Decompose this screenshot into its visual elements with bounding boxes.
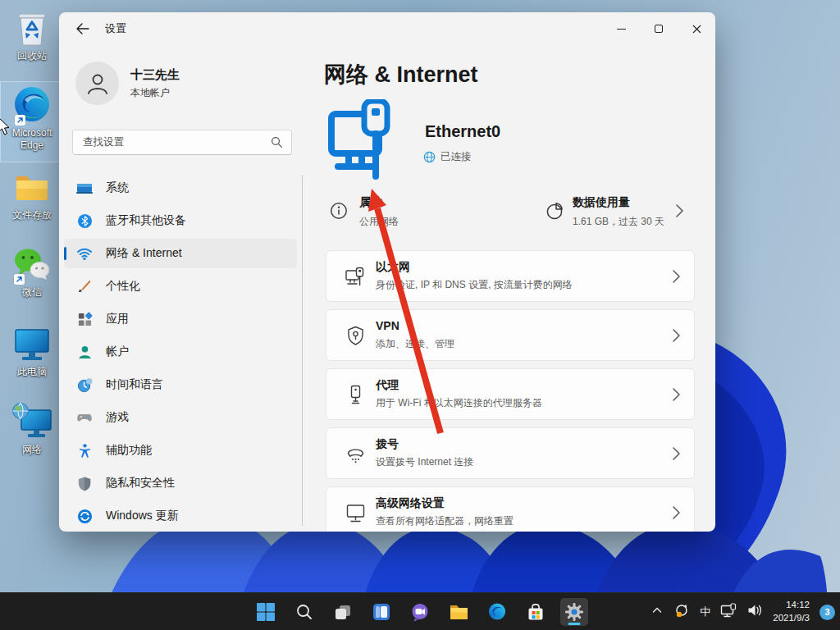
ime-indicator[interactable]: 中 [700, 605, 710, 619]
search-input[interactable]: 查找设置 [72, 130, 292, 155]
desktop-icon-label: 此电脑 [17, 366, 47, 378]
card-dialup[interactable]: 拨号 设置拨号 Internet 连接 [326, 427, 695, 479]
desktop-icon-this-pc[interactable]: 此电脑 [1, 321, 63, 378]
paintbrush-icon [76, 278, 93, 294]
sidebar-divider [302, 175, 303, 526]
card-proxy[interactable]: 代理 用于 Wi-Fi 和以太网连接的代理服务器 [326, 368, 695, 420]
sidebar-item-gaming[interactable]: 游戏 [64, 403, 297, 432]
ethernet-icon [345, 266, 367, 291]
chevron-right-icon [671, 327, 681, 347]
chevron-right-icon [671, 504, 681, 524]
task-view-button[interactable] [329, 598, 357, 626]
desktop-icon-files[interactable]: 文件存放 [1, 164, 63, 221]
sidebar-item-network[interactable]: 网络 & Internet [64, 239, 297, 268]
tray-update-icon[interactable] [673, 602, 690, 622]
user-name: 十三先生 [130, 67, 180, 83]
shortcut-arrow-icon [15, 115, 25, 126]
search-icon [271, 136, 283, 148]
accessibility-icon [76, 442, 93, 459]
sidebar-item-accounts[interactable]: 帐户 [64, 337, 297, 367]
chevron-right-icon[interactable] [674, 203, 684, 222]
sidebar-item-bluetooth[interactable]: 蓝牙和其他设备 [64, 206, 297, 235]
desktop-icon-wechat[interactable]: 微信 [1, 241, 63, 299]
widgets-button[interactable] [368, 598, 395, 626]
avatar [75, 62, 119, 105]
file-explorer-button[interactable] [445, 598, 472, 626]
notification-badge[interactable]: 3 [819, 605, 835, 620]
wifi-icon [76, 245, 93, 262]
back-button[interactable] [69, 16, 95, 41]
dialup-phone-icon [345, 443, 367, 468]
edge-icon [13, 84, 51, 126]
window-title: 设置 [105, 21, 126, 36]
recycle-bin-icon [15, 7, 49, 48]
card-advanced-network[interactable]: 高级网络设置 查看所有网络适配器，网络重置 [326, 486, 695, 532]
account-person-icon [76, 344, 93, 360]
card-vpn[interactable]: VPN 添加、连接、管理 [326, 309, 695, 361]
sidebar-item-windows-update[interactable]: Windows 更新 [64, 501, 297, 531]
user-profile[interactable]: 十三先生 本地帐户 [75, 62, 180, 105]
tray-chevron-up-icon[interactable] [651, 604, 664, 620]
search-button[interactable] [290, 598, 318, 626]
desktop-icon-label: 网络 [22, 444, 42, 456]
mouse-cursor [0, 116, 10, 139]
network-adapter-icon [345, 502, 367, 527]
account-type: 本地帐户 [130, 86, 180, 100]
shortcut-arrow-icon [14, 274, 25, 285]
settings-window: 设置 十三先生 本地帐户 查找设置 系统 [59, 12, 715, 532]
bluetooth-icon [76, 212, 93, 229]
desktop-icon-label: 文件存放 [12, 209, 52, 221]
connection-status: 已连接 [423, 150, 472, 164]
chevron-right-icon [671, 268, 681, 288]
desktop-icon-label: 微信 [22, 286, 42, 299]
sidebar-item-time-language[interactable]: 时间和语言 [64, 370, 297, 399]
sidebar-item-privacy[interactable]: 隐私和安全性 [64, 468, 297, 498]
start-button[interactable] [252, 598, 280, 626]
chevron-right-icon [671, 445, 681, 465]
store-button[interactable] [522, 598, 550, 626]
desktop-icon-recycle-bin[interactable]: 回收站 [1, 5, 63, 62]
clock-icon [76, 377, 93, 393]
properties-item[interactable]: 属性 公用网络 [359, 195, 399, 229]
monitor-icon [12, 323, 52, 364]
sidebar-nav: 系统 蓝牙和其他设备 网络 & Internet 个性化 应用 [64, 173, 297, 532]
apps-icon [76, 311, 93, 327]
settings-button[interactable] [560, 598, 588, 626]
update-icon [76, 508, 93, 524]
titlebar: 设置 [59, 12, 715, 45]
sidebar-item-accessibility[interactable]: 辅助功能 [64, 436, 297, 465]
tray-volume-icon[interactable] [746, 603, 763, 621]
minimize-button[interactable] [602, 12, 640, 45]
globe-icon [423, 151, 436, 163]
desktop-icon-label: 回收站 [17, 50, 47, 62]
taskbar: 中 14:12 2021/9/3 3 [0, 592, 840, 630]
wechat-icon [12, 244, 52, 285]
folder-icon [13, 167, 51, 208]
sidebar-item-apps[interactable]: 应用 [64, 304, 297, 334]
desktop-icon-network[interactable]: 网络 [1, 399, 63, 456]
sidebar-item-system[interactable]: 系统 [64, 173, 297, 203]
pie-chart-icon [545, 201, 564, 224]
system-icon [76, 180, 93, 196]
vpn-shield-icon [345, 325, 367, 350]
data-usage-item[interactable]: 数据使用量 1.61 GB，过去 30 天 [573, 195, 664, 229]
desktop-icon-label: Microsoft Edge [1, 127, 63, 152]
ethernet-hero-icon [326, 99, 395, 185]
close-button[interactable] [678, 12, 715, 45]
shield-icon [76, 475, 93, 491]
connection-name: Ethernet0 [425, 122, 500, 141]
info-icon [330, 202, 348, 223]
gamepad-icon [76, 409, 93, 426]
clock-date: 2021/9/3 [773, 612, 810, 625]
desktop-icon-edge[interactable]: Microsoft Edge [1, 82, 63, 162]
proxy-server-icon [345, 384, 367, 409]
clock-time: 14:12 [773, 599, 810, 612]
edge-button[interactable] [483, 598, 511, 626]
tray-network-icon[interactable] [720, 603, 737, 622]
chat-button[interactable] [406, 598, 434, 626]
status-text: 已连接 [441, 150, 472, 164]
card-ethernet[interactable]: 以太网 身份验证, IP 和 DNS 设置, 按流量计费的网络 [326, 250, 695, 302]
taskbar-clock[interactable]: 14:12 2021/9/3 [773, 599, 810, 624]
sidebar-item-personalization[interactable]: 个性化 [64, 272, 297, 301]
maximize-button[interactable] [640, 12, 678, 45]
